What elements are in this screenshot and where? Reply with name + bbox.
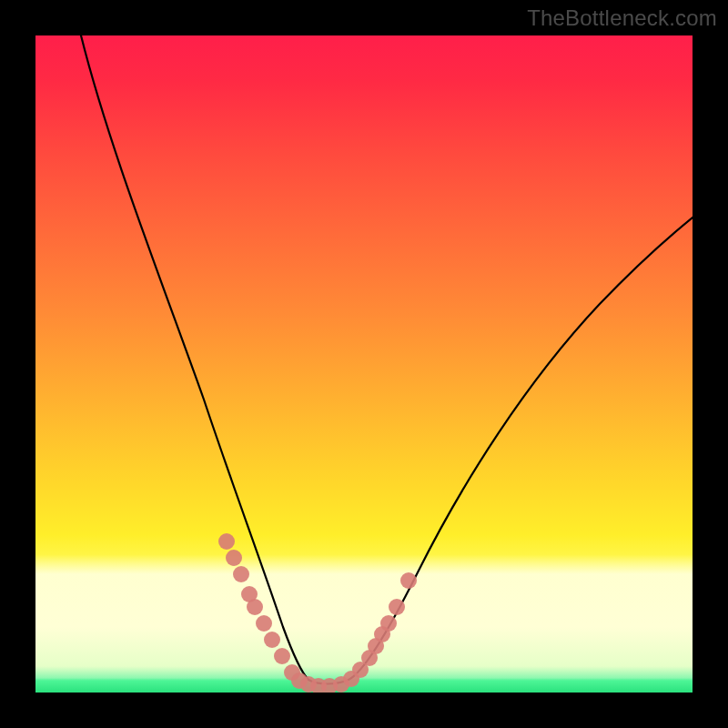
watermark-text: TheBottleneck.com bbox=[527, 5, 717, 31]
svg-point-1 bbox=[226, 550, 242, 566]
curve-markers bbox=[218, 533, 417, 693]
svg-point-5 bbox=[256, 615, 272, 632]
svg-point-0 bbox=[218, 533, 235, 550]
plot-area bbox=[35, 35, 693, 693]
chart-frame: TheBottleneck.com bbox=[0, 0, 728, 728]
svg-point-21 bbox=[400, 572, 417, 589]
svg-point-7 bbox=[274, 648, 290, 664]
svg-point-2 bbox=[233, 566, 249, 582]
bottleneck-curve bbox=[81, 35, 693, 684]
svg-point-20 bbox=[389, 599, 405, 615]
curve-layer bbox=[35, 35, 693, 693]
svg-point-6 bbox=[264, 632, 280, 648]
svg-point-19 bbox=[380, 615, 397, 632]
svg-point-4 bbox=[247, 599, 263, 615]
